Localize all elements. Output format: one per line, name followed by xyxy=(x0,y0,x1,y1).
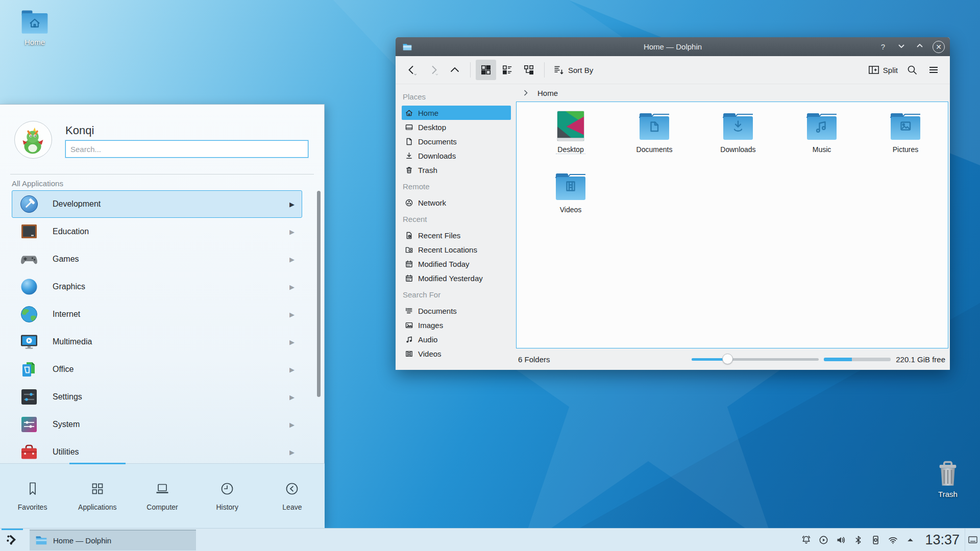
zoom-slider[interactable] xyxy=(692,354,819,365)
sidebar-item-documents[interactable]: Documents xyxy=(402,304,511,318)
side-document-icon xyxy=(405,137,413,146)
submenu-arrow-icon: ▶ xyxy=(289,256,295,263)
tab-leave-icon xyxy=(284,481,300,499)
desktop-preview-icon xyxy=(554,111,587,142)
sort-by-button[interactable]: Sort By xyxy=(550,60,596,80)
sidebar-item-network[interactable]: Network xyxy=(402,195,511,210)
app-item-internet[interactable]: Internet▶ xyxy=(12,300,302,328)
app-item-label: Multimedia xyxy=(53,337,289,346)
sidebar-item-label: Network xyxy=(418,198,446,207)
sidebar-item-images[interactable]: Images xyxy=(402,318,511,332)
desktop-icon-trash[interactable]: Trash xyxy=(926,460,969,498)
sidebar-item-modified-today[interactable]: Modified Today xyxy=(402,257,511,271)
search-button[interactable] xyxy=(902,60,922,80)
side-calendar-icon xyxy=(405,260,413,268)
tab-applications[interactable]: Applications xyxy=(65,464,130,528)
sidebar-item-modified-yesterday[interactable]: Modified Yesterday xyxy=(402,271,511,285)
sidebar-item-recent-files[interactable]: Recent Files xyxy=(402,228,511,242)
icons-view-button[interactable] xyxy=(476,60,496,80)
clock[interactable]: 13:37 xyxy=(925,532,960,548)
submenu-arrow-icon: ▶ xyxy=(289,338,295,346)
close-button[interactable]: ✕ xyxy=(933,41,945,53)
up-button[interactable] xyxy=(445,60,465,80)
titlebar[interactable]: Home — Dolphin ? ✕ xyxy=(396,37,950,56)
volume-icon[interactable] xyxy=(836,535,846,545)
tree-view-button[interactable] xyxy=(519,60,539,80)
sidebar-item-videos[interactable]: Videos xyxy=(402,346,511,361)
split-button[interactable]: Split xyxy=(865,60,901,80)
sidebar-item-home[interactable]: Home xyxy=(402,106,511,120)
application-launcher-panel: Konqi All Applications Development▶Educa… xyxy=(0,104,325,528)
launcher-scrollbar[interactable] xyxy=(317,191,321,397)
back-button[interactable] xyxy=(402,60,422,80)
tab-leave[interactable]: Leave xyxy=(260,464,325,528)
minimize-button[interactable] xyxy=(896,42,907,52)
application-launcher-button[interactable] xyxy=(0,529,24,551)
submenu-arrow-icon: ▶ xyxy=(289,421,295,429)
side-desktop-icon xyxy=(405,123,413,132)
trash-can-icon xyxy=(933,460,963,487)
notifications-icon[interactable] xyxy=(801,535,812,545)
dolphin-window: Home — Dolphin ? ✕ Sort By xyxy=(396,37,950,370)
device-notifier-icon[interactable] xyxy=(870,535,881,545)
side-image-icon xyxy=(405,321,413,330)
tab-computer[interactable]: Computer xyxy=(130,464,194,528)
sidebar-item-label: Documents xyxy=(418,307,457,315)
sidebar-item-label: Downloads xyxy=(418,152,456,160)
sidebar-item-documents[interactable]: Documents xyxy=(402,134,511,148)
sidebar-item-recent-locations[interactable]: Recent Locations xyxy=(402,242,511,257)
media-player-icon[interactable] xyxy=(818,535,829,545)
wifi-icon[interactable] xyxy=(888,535,898,545)
app-settings-icon xyxy=(19,387,39,407)
folder-item-music[interactable]: Music xyxy=(780,109,864,169)
tab-label: Leave xyxy=(282,503,302,511)
tab-history[interactable]: History xyxy=(195,464,260,528)
app-item-games[interactable]: Games▶ xyxy=(12,245,302,273)
task-button-home-dolphin[interactable]: Home — Dolphin xyxy=(30,530,196,550)
app-item-office[interactable]: Office▶ xyxy=(12,356,302,383)
show-desktop-button[interactable] xyxy=(965,529,980,551)
folder-item-label: Downloads xyxy=(719,145,757,154)
tab-favorites[interactable]: Favorites xyxy=(0,464,65,528)
folder-item-videos[interactable]: Videos xyxy=(529,169,612,230)
sidebar-item-downloads[interactable]: Downloads xyxy=(402,148,511,163)
sidebar-section-places: Places xyxy=(403,92,516,103)
folder-view[interactable]: DesktopDocumentsDownloadsMusicPicturesVi… xyxy=(516,102,948,348)
app-item-graphics[interactable]: Graphics▶ xyxy=(12,273,302,300)
sort-by-label: Sort By xyxy=(568,66,593,74)
user-avatar[interactable] xyxy=(14,121,52,159)
sidebar-item-desktop[interactable]: Desktop xyxy=(402,120,511,134)
folder-item-downloads[interactable]: Downloads xyxy=(696,109,780,169)
tab-label: Computer xyxy=(146,503,178,511)
sidebar-item-trash[interactable]: Trash xyxy=(402,163,511,177)
app-item-label: Education xyxy=(53,227,289,236)
maximize-button[interactable] xyxy=(914,42,925,52)
app-item-education[interactable]: Education▶ xyxy=(12,218,302,245)
app-item-system[interactable]: System▶ xyxy=(12,411,302,438)
desktop-icon-home[interactable]: Home xyxy=(13,8,56,46)
breadcrumb[interactable]: Home xyxy=(516,84,948,102)
sidebar-item-audio[interactable]: Audio xyxy=(402,332,511,346)
forward-button[interactable] xyxy=(423,60,444,80)
zoom-slider-handle[interactable] xyxy=(722,354,733,364)
side-download-icon xyxy=(405,152,413,160)
help-button[interactable]: ? xyxy=(877,42,889,51)
menu-button[interactable] xyxy=(923,60,944,80)
app-item-settings[interactable]: Settings▶ xyxy=(12,383,302,411)
folder-item-pictures[interactable]: Pictures xyxy=(864,109,947,169)
app-item-development[interactable]: Development▶ xyxy=(12,190,302,218)
app-item-utilities[interactable]: Utilities▶ xyxy=(12,438,302,466)
window-folder-icon xyxy=(402,41,413,53)
app-item-multimedia[interactable]: Multimedia▶ xyxy=(12,328,302,356)
breadcrumb-current[interactable]: Home xyxy=(537,89,558,97)
side-home-icon xyxy=(405,109,413,117)
bluetooth-icon[interactable] xyxy=(853,535,864,545)
app-graphics-icon xyxy=(19,277,39,297)
toolbar-separator xyxy=(470,62,471,78)
folder-item-desktop[interactable]: Desktop xyxy=(529,109,612,169)
sidebar-item-label: Documents xyxy=(418,137,457,146)
folder-item-documents[interactable]: Documents xyxy=(612,109,696,169)
details-view-button[interactable] xyxy=(497,60,518,80)
search-input[interactable] xyxy=(65,140,308,158)
expand-tray-icon[interactable] xyxy=(905,535,916,545)
